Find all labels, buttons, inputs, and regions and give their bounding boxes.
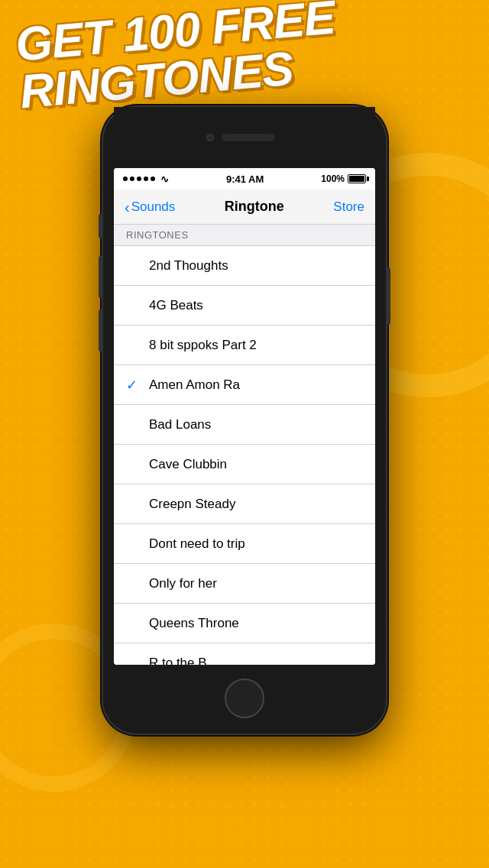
ringtone-name: Creepn Steady: [149, 497, 235, 512]
home-button[interactable]: [225, 679, 264, 718]
phone-screen: ∿ 9:41 AM 100% ‹ Sounds Ringtone Store: [114, 168, 375, 665]
ringtone-name: Only for her: [149, 576, 217, 591]
ringtone-list-item[interactable]: 8 bit sppoks Part 2: [114, 326, 375, 365]
ringtone-list-item[interactable]: Creepn Steady: [114, 484, 375, 524]
ringtone-list-item[interactable]: Dont need to trip: [114, 524, 375, 564]
ringtone-name: Bad Loans: [149, 417, 211, 432]
nav-title: Ringtone: [225, 199, 284, 215]
signal-dot: [137, 177, 141, 181]
mute-button: [99, 214, 102, 238]
signal-indicators: ∿: [123, 173, 169, 185]
battery-fill: [349, 176, 364, 182]
store-button[interactable]: Store: [333, 199, 364, 215]
ringtone-name: Dont need to trip: [149, 536, 245, 552]
ringtone-list: 2nd Thoughts4G Beats8 bit sppoks Part 2✓…: [114, 246, 375, 665]
ringtone-list-item[interactable]: Cave Clubbin: [114, 445, 375, 484]
ringtone-name: 8 bit sppoks Part 2: [149, 338, 257, 353]
ringtone-name: 4G Beats: [149, 298, 203, 313]
battery-status: 100%: [321, 173, 366, 184]
front-camera: [206, 134, 214, 141]
ringtone-name: 2nd Thoughts: [149, 258, 228, 274]
checkmark-icon: ✓: [126, 377, 141, 394]
status-time: 9:41 AM: [226, 173, 264, 185]
back-button[interactable]: ‹ Sounds: [125, 199, 175, 215]
signal-dot: [123, 177, 128, 181]
ringtone-name: Cave Clubbin: [149, 457, 227, 472]
power-button: [387, 267, 390, 325]
phone-top-bar: [114, 107, 375, 168]
ringtone-list-item[interactable]: Queens Throne: [114, 604, 375, 643]
back-chevron-icon: ‹: [125, 199, 130, 215]
phone-body: ∿ 9:41 AM 100% ‹ Sounds Ringtone Store: [103, 107, 386, 734]
volume-down-button: [99, 309, 102, 351]
earpiece-speaker: [222, 134, 275, 141]
signal-dot: [130, 177, 134, 181]
status-bar: ∿ 9:41 AM 100%: [114, 168, 375, 189]
ringtone-list-item[interactable]: 2nd Thoughts: [114, 246, 375, 286]
ringtone-list-item[interactable]: ✓Amen Amon Ra: [114, 365, 375, 405]
battery-icon: [348, 174, 366, 183]
section-header: RINGTONES: [114, 225, 375, 246]
ringtone-list-item[interactable]: Only for her: [114, 564, 375, 604]
back-label: Sounds: [131, 199, 176, 215]
phone-device: ∿ 9:41 AM 100% ‹ Sounds Ringtone Store: [103, 107, 386, 734]
wifi-icon: ∿: [160, 173, 169, 185]
volume-up-button: [99, 256, 102, 298]
ringtone-list-item[interactable]: Bad Loans: [114, 405, 375, 445]
signal-dot: [144, 177, 148, 181]
ringtone-list-item[interactable]: R to the B: [114, 643, 375, 665]
ringtone-name: Queens Throne: [149, 616, 239, 631]
ringtone-name: Amen Amon Ra: [149, 377, 240, 393]
ringtone-name: R to the B: [149, 656, 207, 666]
signal-dot: [151, 177, 155, 181]
navigation-bar: ‹ Sounds Ringtone Store: [114, 189, 375, 225]
battery-percent: 100%: [321, 173, 345, 184]
ringtone-list-item[interactable]: 4G Beats: [114, 286, 375, 326]
